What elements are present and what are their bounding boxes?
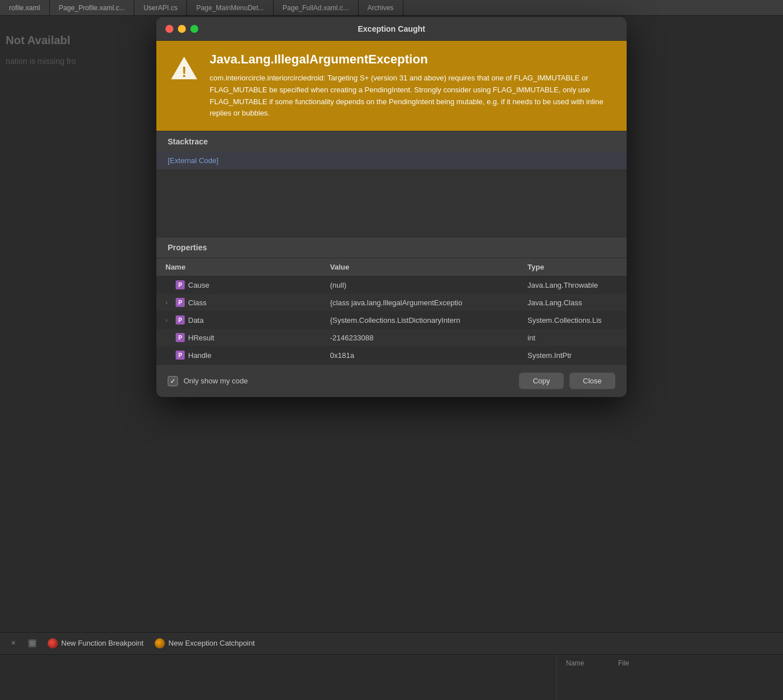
prop-name-cell-2: ›PData bbox=[156, 311, 321, 329]
table-header: Name Value Type bbox=[156, 258, 627, 276]
prop-value-3: -2146233088 bbox=[321, 329, 519, 347]
prop-badge-3: P bbox=[176, 333, 185, 342]
dialog-titlebar: Exception Caught bbox=[156, 17, 627, 41]
prop-name-2: Data bbox=[188, 316, 203, 325]
table-row: PCause(null)Java.Lang.Throwable bbox=[156, 276, 627, 294]
prop-type-4: System.IntPtr bbox=[518, 347, 627, 364]
prop-name-0: Cause bbox=[188, 281, 210, 289]
exception-message: com.interiorcircle.interiorcircledroid: … bbox=[210, 72, 613, 119]
stacktrace-area: [External Code] bbox=[156, 152, 627, 237]
stacktrace-header: Stacktrace bbox=[156, 131, 627, 152]
prop-type-1: Java.Lang.Class bbox=[518, 294, 627, 311]
new-exception-catchpoint-label: New Exception Catchpoint bbox=[168, 639, 254, 647]
titlebar-buttons bbox=[165, 25, 198, 33]
prop-value-4: 0x181a bbox=[321, 347, 519, 364]
call-stack-file-col: File bbox=[618, 659, 629, 667]
svg-text:!: ! bbox=[182, 63, 187, 80]
debug-content-right: Name File bbox=[556, 655, 783, 700]
debug-content-left bbox=[0, 655, 556, 700]
checkbox-area: Only show my code bbox=[168, 376, 248, 386]
debug-icon[interactable]: ⊡ bbox=[28, 639, 36, 647]
properties-header: Properties bbox=[156, 237, 627, 258]
exception-header: ! Java.Lang.IllegalArgumentException com… bbox=[156, 41, 627, 131]
expand-arrow-2[interactable]: › bbox=[165, 317, 172, 323]
prop-value-0: (null) bbox=[321, 276, 519, 294]
bottom-toolbar: ✕ ⊡ New Function Breakpoint New Exceptio… bbox=[0, 632, 783, 700]
dialog-footer: Only show my code Copy Close bbox=[156, 364, 627, 397]
prop-name-cell-4: PHandle bbox=[156, 347, 321, 364]
only-show-my-code-label: Only show my code bbox=[184, 377, 248, 385]
new-function-breakpoint-button[interactable]: New Function Breakpoint bbox=[48, 638, 143, 648]
prop-value-2: {System.Collections.ListDictionaryIntern bbox=[321, 311, 519, 329]
breakpoint-icon bbox=[48, 638, 58, 648]
prop-name-cell-0: PCause bbox=[156, 276, 321, 294]
properties-section: Name Value Type PCause(null)Java.Lang.Th… bbox=[156, 258, 627, 364]
prop-badge-4: P bbox=[176, 351, 185, 360]
call-stack-headers: Name File bbox=[566, 659, 774, 669]
prop-type-2: System.Collections.Lis bbox=[518, 311, 627, 329]
close-debug-icon[interactable]: ✕ bbox=[9, 639, 17, 647]
external-code-item[interactable]: [External Code] bbox=[156, 152, 627, 169]
new-function-breakpoint-label: New Function Breakpoint bbox=[61, 639, 143, 647]
prop-name-cell-3: PHResult bbox=[156, 329, 321, 347]
close-button[interactable]: Close bbox=[569, 373, 615, 389]
prop-name-4: Handle bbox=[188, 351, 211, 360]
prop-badge-2: P bbox=[176, 315, 185, 325]
breakpoint-buttons-area: ✕ ⊡ New Function Breakpoint New Exceptio… bbox=[0, 632, 783, 654]
catchpoint-icon bbox=[155, 638, 165, 648]
prop-name-1: Class bbox=[188, 298, 207, 307]
table-row: PHandle0x181aSystem.IntPtr bbox=[156, 347, 627, 364]
maximize-window-button[interactable] bbox=[190, 25, 198, 33]
debugger-content: Name File bbox=[0, 655, 783, 700]
footer-buttons: Copy Close bbox=[519, 373, 615, 389]
new-exception-catchpoint-button[interactable]: New Exception Catchpoint bbox=[155, 638, 254, 648]
dialog-title: Exception Caught bbox=[358, 24, 425, 33]
table-row: ›PClass{class java.lang.IllegalArgumentE… bbox=[156, 294, 627, 311]
exception-type: Java.Lang.IllegalArgumentException bbox=[210, 52, 613, 67]
prop-badge-1: P bbox=[176, 298, 185, 307]
col-name: Name bbox=[156, 258, 321, 276]
prop-name-3: HResult bbox=[188, 334, 214, 342]
col-type: Type bbox=[518, 258, 627, 276]
exception-dialog: Exception Caught ! Java.Lang.IllegalArgu… bbox=[156, 17, 627, 397]
only-show-my-code-checkbox[interactable] bbox=[168, 376, 178, 386]
table-row: ›PData{System.Collections.ListDictionary… bbox=[156, 311, 627, 329]
exception-content: Java.Lang.IllegalArgumentException com.i… bbox=[210, 52, 613, 119]
table-row: PHResult-2146233088int bbox=[156, 329, 627, 347]
prop-value-1: {class java.lang.IllegalArgumentExceptio bbox=[321, 294, 519, 311]
prop-type-0: Java.Lang.Throwable bbox=[518, 276, 627, 294]
minimize-window-button[interactable] bbox=[178, 25, 186, 33]
col-value: Value bbox=[321, 258, 519, 276]
call-stack-name-col: Name bbox=[566, 659, 584, 667]
close-window-button[interactable] bbox=[165, 25, 173, 33]
prop-badge-0: P bbox=[176, 280, 185, 289]
properties-table: Name Value Type PCause(null)Java.Lang.Th… bbox=[156, 258, 627, 364]
prop-type-3: int bbox=[518, 329, 627, 347]
warning-icon: ! bbox=[170, 54, 198, 83]
expand-arrow-1[interactable]: › bbox=[165, 299, 172, 306]
prop-name-cell-1: ›PClass bbox=[156, 294, 321, 311]
copy-button[interactable]: Copy bbox=[519, 373, 563, 389]
modal-overlay: Exception Caught ! Java.Lang.IllegalArgu… bbox=[0, 0, 783, 632]
